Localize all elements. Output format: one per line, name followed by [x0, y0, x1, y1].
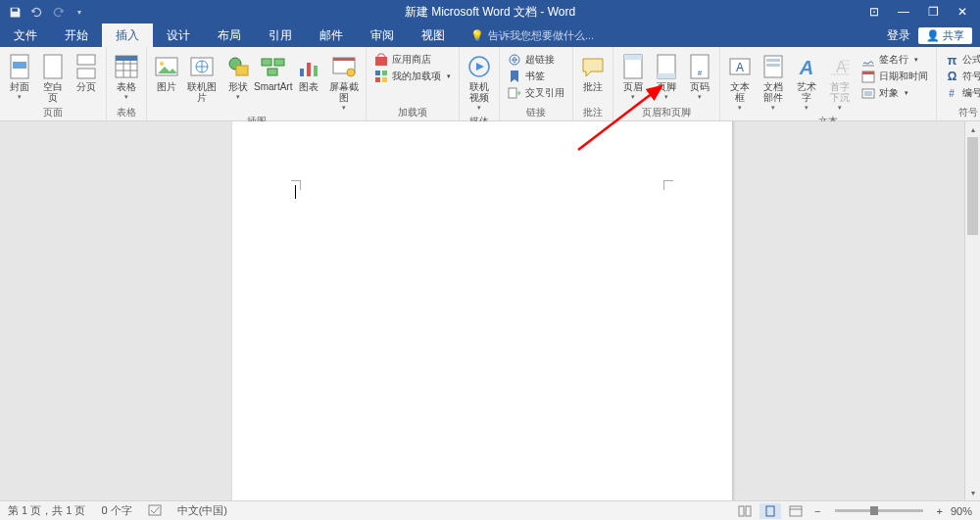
margin-mark-tl	[291, 180, 301, 190]
dropcap-button[interactable]: A首字下沉▾	[824, 50, 856, 114]
vertical-scrollbar[interactable]: ▴ ▾	[964, 121, 980, 500]
svg-rect-20	[300, 69, 304, 76]
status-page[interactable]: 第 1 页，共 1 页	[0, 503, 93, 518]
minimize-button[interactable]: —	[890, 2, 917, 22]
group-links: 超链接 书签 交叉引用 链接	[500, 47, 573, 120]
footer-button[interactable]: 页脚▾	[651, 50, 682, 103]
group-comments-label: 批注	[577, 105, 609, 120]
table-button[interactable]: 表格▾	[111, 50, 142, 103]
quick-access-toolbar: ▾	[0, 5, 86, 19]
zoom-knob[interactable]	[870, 506, 878, 515]
svg-rect-21	[307, 63, 311, 76]
redo-icon[interactable]	[51, 5, 65, 19]
screenshot-button[interactable]: 屏幕截图▾	[326, 50, 363, 114]
pictures-button[interactable]: 图片	[151, 50, 182, 94]
svg-rect-35	[624, 55, 642, 60]
equation-button[interactable]: π公式▾	[943, 52, 980, 68]
page-number-button[interactable]: #页码▾	[684, 50, 715, 103]
undo-icon[interactable]	[29, 5, 43, 19]
wordart-button[interactable]: A艺术字▾	[791, 50, 822, 114]
svg-rect-2	[44, 55, 62, 78]
textbox-button[interactable]: A文本框▾	[724, 50, 756, 114]
tab-view[interactable]: 视图	[408, 24, 459, 47]
group-pages-label: 页面	[4, 105, 102, 120]
header-button[interactable]: 页眉▾	[617, 50, 649, 103]
zoom-in-button[interactable]: +	[933, 505, 947, 517]
status-language[interactable]: 中文(中国)	[170, 503, 235, 518]
svg-rect-27	[375, 71, 380, 75]
status-words[interactable]: 0 个字	[93, 503, 139, 518]
symbol-button[interactable]: Ω符号▾	[943, 69, 980, 84]
svg-rect-17	[262, 59, 271, 66]
online-video-button[interactable]: 联机视频▾	[464, 50, 495, 114]
save-icon[interactable]	[8, 5, 22, 19]
document-page[interactable]	[232, 121, 732, 500]
tab-layout[interactable]: 布局	[204, 24, 255, 47]
tell-me-search[interactable]: 💡 告诉我您想要做什么...	[459, 24, 594, 47]
window-controls: ⊡ — ❐ ✕	[860, 2, 980, 22]
svg-rect-18	[274, 59, 284, 66]
online-pictures-button[interactable]: 联机图片	[184, 50, 220, 105]
blank-page-button[interactable]: 空白页	[37, 50, 69, 105]
page-break-button[interactable]: 分页	[71, 50, 102, 94]
group-headerfooter-label: 页眉和页脚	[617, 105, 715, 120]
tab-insert[interactable]: 插入	[102, 24, 153, 47]
status-bar: 第 1 页，共 1 页 0 个字 中文(中国) − + 90%	[0, 500, 980, 520]
tab-design[interactable]: 设计	[153, 24, 204, 47]
svg-rect-53	[862, 71, 874, 74]
svg-rect-26	[375, 57, 387, 66]
title-bar: ▾ 新建 Microsoft Word 文档 - Word ⊡ — ❐ ✕	[0, 0, 980, 24]
group-media: 联机视频▾ 媒体	[460, 47, 500, 120]
maximize-button[interactable]: ❐	[919, 2, 947, 22]
cover-page-button[interactable]: 封面▾	[4, 50, 35, 103]
tab-home[interactable]: 开始	[51, 24, 102, 47]
smartart-button[interactable]: SmartArt	[256, 50, 291, 94]
svg-rect-60	[746, 506, 751, 516]
qat-dropdown-icon[interactable]: ▾	[73, 5, 86, 19]
svg-rect-10	[116, 56, 137, 61]
shapes-button[interactable]: 形状▾	[222, 50, 254, 103]
scroll-thumb[interactable]	[967, 137, 978, 235]
hyperlink-button[interactable]: 超链接	[506, 52, 566, 68]
zoom-out-button[interactable]: −	[810, 505, 824, 517]
signature-line-button[interactable]: 签名行▾	[859, 52, 930, 68]
zoom-slider[interactable]	[835, 509, 923, 512]
tab-mailings[interactable]: 邮件	[306, 24, 357, 47]
tab-file[interactable]: 文件	[0, 24, 51, 47]
ribbon-options-button[interactable]: ⊡	[860, 2, 888, 22]
share-button[interactable]: 👤 共享	[918, 27, 972, 44]
bookmark-button[interactable]: 书签	[506, 69, 566, 84]
svg-rect-3	[77, 55, 95, 65]
view-print-button[interactable]	[760, 503, 781, 519]
scroll-down-button[interactable]: ▾	[965, 485, 980, 500]
status-spellcheck[interactable]	[140, 504, 170, 518]
svg-text:A: A	[799, 57, 813, 78]
tab-review[interactable]: 审阅	[357, 24, 408, 47]
comment-button[interactable]: 批注	[577, 50, 609, 94]
crossref-button[interactable]: 交叉引用	[506, 85, 566, 101]
object-button[interactable]: 对象▾	[859, 85, 930, 101]
zoom-level[interactable]: 90%	[951, 505, 972, 517]
tab-references[interactable]: 引用	[255, 24, 306, 47]
svg-rect-4	[77, 69, 95, 78]
svg-rect-19	[268, 69, 277, 75]
svg-text:A: A	[836, 59, 847, 75]
svg-rect-43	[766, 59, 780, 62]
login-link[interactable]: 登录	[887, 27, 910, 44]
document-area[interactable]	[0, 121, 964, 500]
number-button[interactable]: #编号	[943, 85, 980, 101]
scroll-up-button[interactable]: ▴	[965, 121, 980, 137]
svg-rect-44	[766, 64, 780, 67]
svg-rect-59	[739, 506, 744, 516]
datetime-button[interactable]: 日期和时间	[859, 69, 930, 84]
svg-rect-22	[314, 66, 318, 76]
close-button[interactable]: ✕	[949, 2, 976, 22]
my-addins-button[interactable]: 我的加载项▾	[372, 69, 453, 84]
view-read-button[interactable]	[734, 503, 756, 519]
view-web-button[interactable]	[785, 503, 807, 519]
group-tables: 表格▾ 表格	[107, 47, 147, 120]
chart-button[interactable]: 图表	[293, 50, 324, 94]
store-button[interactable]: 应用商店	[372, 52, 453, 68]
bulb-icon: 💡	[470, 29, 484, 42]
quickparts-button[interactable]: 文档部件▾	[758, 50, 789, 114]
